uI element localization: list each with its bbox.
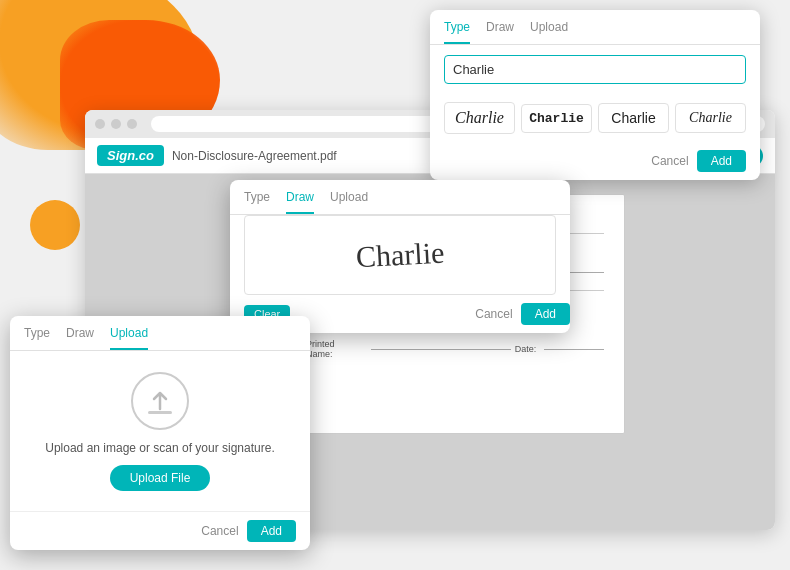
draw-footer: Cancel Add [475, 295, 570, 333]
upload-cloud-icon [130, 371, 190, 431]
date-line-2 [544, 349, 604, 350]
decoration-blob-3 [30, 200, 80, 250]
upload-cancel-button[interactable]: Cancel [201, 524, 238, 538]
upload-description: Upload an image or scan of your signatur… [24, 441, 296, 455]
printed-name-line [371, 349, 510, 350]
filename: Non-Disclosure-Agreement.pdf [172, 149, 473, 163]
tab-upload-in-type[interactable]: Upload [530, 20, 568, 44]
tab-type[interactable]: Type [444, 20, 470, 44]
tab-upload[interactable]: Upload [110, 326, 148, 350]
sig-style-2[interactable]: Charlie [521, 104, 592, 133]
draw-add-button[interactable]: Add [521, 303, 570, 325]
signature-style-options: Charlie Charlie Charlie Charlie [430, 94, 760, 142]
upload-file-button[interactable]: Upload File [110, 465, 211, 491]
sig-style-4[interactable]: Charlie [675, 103, 746, 133]
sig-style-1[interactable]: Charlie [444, 102, 515, 134]
browser-dot-yellow [111, 119, 121, 129]
browser-dot-green [127, 119, 137, 129]
browser-dot-red [95, 119, 105, 129]
draw-modal-tabs: Type Draw Upload [230, 180, 570, 215]
upload-modal-tabs: Type Draw Upload [10, 316, 310, 351]
sig-style-3[interactable]: Charlie [598, 103, 669, 133]
upload-add-button[interactable]: Add [247, 520, 296, 542]
drawn-signature-preview: Charlie [355, 236, 445, 275]
tab-type-in-upload[interactable]: Type [24, 326, 50, 350]
type-modal-footer: Cancel Add [430, 142, 760, 180]
tab-draw[interactable]: Draw [286, 190, 314, 214]
tab-type-in-draw[interactable]: Type [244, 190, 270, 214]
tab-upload-in-draw[interactable]: Upload [330, 190, 368, 214]
upload-area: Upload an image or scan of your signatur… [10, 351, 310, 511]
signature-type-input[interactable] [444, 55, 746, 84]
type-input-area [430, 45, 760, 94]
printed-name-label: Printed Name: [306, 339, 363, 359]
sign-logo: Sign.co [97, 145, 164, 166]
upload-modal-footer: Cancel Add [10, 511, 310, 550]
date-label-2: Date: [515, 344, 537, 354]
svg-rect-1 [148, 411, 172, 414]
type-cancel-button[interactable]: Cancel [651, 154, 688, 168]
type-add-button[interactable]: Add [697, 150, 746, 172]
tab-draw-in-type[interactable]: Draw [486, 20, 514, 44]
modal-draw: Type Draw Upload Charlie Clear Cancel Ad… [230, 180, 570, 333]
type-modal-tabs: Type Draw Upload [430, 10, 760, 45]
modal-upload: Type Draw Upload Upload an image or scan… [10, 316, 310, 550]
tab-draw-in-upload[interactable]: Draw [66, 326, 94, 350]
draw-canvas[interactable]: Charlie [244, 215, 556, 295]
draw-cancel-button[interactable]: Cancel [475, 307, 512, 321]
modal-type: Type Draw Upload Charlie Charlie Charlie… [430, 10, 760, 180]
doc-printed-name-row: Printed Name: Date: [306, 339, 604, 359]
